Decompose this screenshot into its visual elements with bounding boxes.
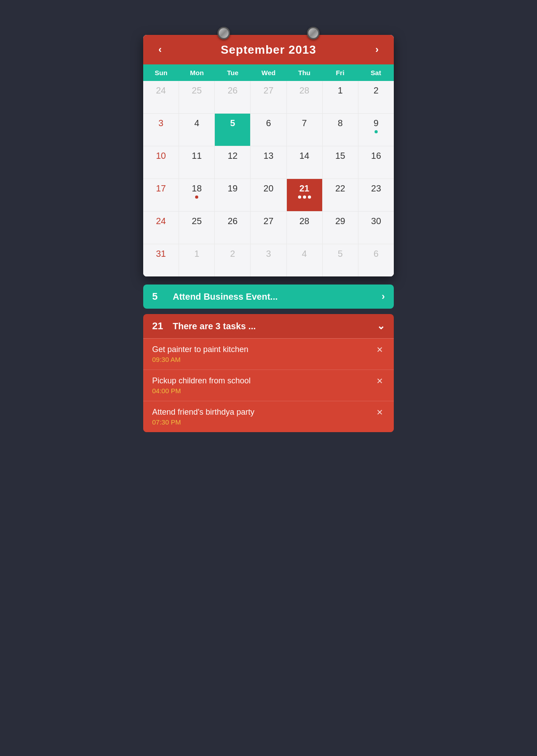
cal-day-20[interactable]: 20	[251, 179, 286, 211]
day-header-sat: Sat	[358, 64, 394, 81]
cal-day-28[interactable]: 28	[287, 212, 322, 244]
calendar-title: September 2013	[221, 43, 316, 57]
calendar-grid: 24 25 26 27 28 1 2 3 4 5 6 7 8 9 10 11 1…	[143, 81, 394, 276]
cal-day-26-prev[interactable]: 26	[215, 81, 250, 113]
cal-day-16[interactable]: 16	[358, 146, 394, 178]
ring-left	[217, 27, 230, 39]
cal-day-13[interactable]: 13	[251, 146, 286, 178]
day-header-wed: Wed	[251, 64, 286, 81]
event-red-title: There are 3 tasks ...	[173, 321, 370, 331]
day-header-fri: Fri	[322, 64, 358, 81]
chevron-right-icon: ›	[382, 291, 385, 302]
next-month-button[interactable]: ›	[371, 42, 383, 57]
cal-day-29[interactable]: 29	[323, 212, 358, 244]
task-name-2: Attend friend's birthdya party	[152, 408, 255, 417]
cal-day-5-today[interactable]: 5	[215, 114, 250, 146]
task-time-1: 04:00 PM	[152, 387, 251, 395]
cal-day-15[interactable]: 15	[323, 146, 358, 178]
cal-day-4-next[interactable]: 4	[287, 244, 322, 276]
dot-red-18	[195, 195, 198, 199]
task-list: Get painter to paint kitchen 09:30 AM ✕ …	[143, 338, 394, 432]
cal-day-19[interactable]: 19	[215, 179, 250, 211]
day-header-mon: Mon	[179, 64, 215, 81]
cal-day-14[interactable]: 14	[287, 146, 322, 178]
cal-day-6-next[interactable]: 6	[358, 244, 394, 276]
cal-day-11[interactable]: 11	[179, 146, 214, 178]
day-header-sun: Sun	[143, 64, 179, 81]
task-item-2[interactable]: Attend friend's birthdya party 07:30 PM …	[143, 401, 394, 432]
calendar-rings	[143, 27, 394, 39]
task-item-0[interactable]: Get painter to paint kitchen 09:30 AM ✕	[143, 338, 394, 370]
event-bar-teal[interactable]: 5 Attend Business Event... ›	[143, 285, 394, 309]
cal-day-1[interactable]: 1	[323, 81, 358, 113]
cal-day-3-next[interactable]: 3	[251, 244, 286, 276]
dot-white-21-1	[298, 195, 301, 199]
cal-day-22[interactable]: 22	[323, 179, 358, 211]
cal-day-1-next[interactable]: 1	[179, 244, 214, 276]
cal-day-25[interactable]: 25	[179, 212, 214, 244]
cal-day-24[interactable]: 24	[143, 212, 179, 244]
day-headers-row: Sun Mon Tue Wed Thu Fri Sat	[143, 64, 394, 81]
cal-day-10[interactable]: 10	[143, 146, 179, 178]
cal-day-9[interactable]: 9	[358, 114, 394, 146]
cal-day-27-prev[interactable]: 27	[251, 81, 286, 113]
task-close-0[interactable]: ✕	[375, 345, 385, 355]
task-name-1: Pickup children from school	[152, 376, 251, 386]
task-name-0: Get painter to paint kitchen	[152, 345, 248, 354]
event-bar-red[interactable]: 21 There are 3 tasks ... ⌄	[143, 314, 394, 338]
dot-teal-9	[375, 130, 378, 133]
cal-day-4[interactable]: 4	[179, 114, 214, 146]
task-item-1[interactable]: Pickup children from school 04:00 PM ✕	[143, 370, 394, 401]
cal-day-28-prev[interactable]: 28	[287, 81, 322, 113]
prev-month-button[interactable]: ‹	[154, 42, 166, 57]
dot-white-21-3	[308, 195, 311, 199]
cal-day-17[interactable]: 17	[143, 179, 179, 211]
cal-day-26[interactable]: 26	[215, 212, 250, 244]
cal-day-25-prev[interactable]: 25	[179, 81, 214, 113]
cal-day-18[interactable]: 18	[179, 179, 214, 211]
cal-day-2-next[interactable]: 2	[215, 244, 250, 276]
cal-day-21-selected[interactable]: 21	[287, 179, 322, 211]
calendar-widget: ‹ September 2013 › Sun Mon Tue Wed Thu F…	[143, 27, 394, 432]
cal-day-6[interactable]: 6	[251, 114, 286, 146]
event-teal-title: Attend Business Event...	[173, 292, 375, 302]
cal-day-24-prev[interactable]: 24	[143, 81, 179, 113]
cal-day-23[interactable]: 23	[358, 179, 394, 211]
cal-day-12[interactable]: 12	[215, 146, 250, 178]
cal-day-8[interactable]: 8	[323, 114, 358, 146]
task-close-1[interactable]: ✕	[375, 376, 385, 386]
cal-day-31[interactable]: 31	[143, 244, 179, 276]
cal-day-2[interactable]: 2	[358, 81, 394, 113]
event-teal-day: 5	[152, 291, 166, 302]
cal-day-7[interactable]: 7	[287, 114, 322, 146]
ring-right	[307, 27, 320, 39]
cal-day-27[interactable]: 27	[251, 212, 286, 244]
cal-day-5-next[interactable]: 5	[323, 244, 358, 276]
task-time-2: 07:30 PM	[152, 418, 255, 426]
event-red-day: 21	[152, 320, 166, 332]
day-header-thu: Thu	[286, 64, 322, 81]
task-close-2[interactable]: ✕	[375, 408, 385, 417]
day-header-tue: Tue	[215, 64, 251, 81]
dot-white-21-2	[303, 195, 306, 199]
cal-day-30[interactable]: 30	[358, 212, 394, 244]
cal-day-3[interactable]: 3	[143, 114, 179, 146]
task-time-0: 09:30 AM	[152, 356, 248, 363]
chevron-down-icon: ⌄	[377, 320, 385, 332]
calendar-container: ‹ September 2013 › Sun Mon Tue Wed Thu F…	[143, 35, 394, 276]
